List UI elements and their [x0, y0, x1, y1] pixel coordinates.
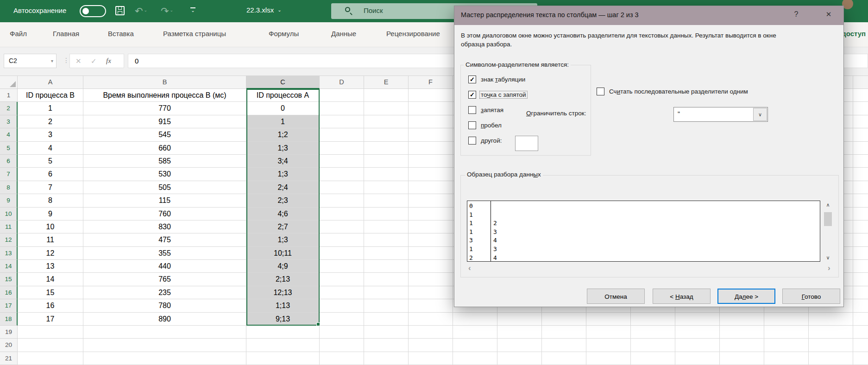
ribbon-tab-4[interactable]: Разметка страницы [163, 30, 226, 38]
cell-C9[interactable]: 2;3 [246, 194, 320, 207]
cell-blank[interactable] [586, 339, 631, 352]
cell-E14[interactable] [364, 260, 409, 273]
cell-D1[interactable] [320, 89, 364, 102]
cell-C6[interactable]: 3;4 [246, 155, 320, 168]
cell-blank[interactable] [764, 352, 809, 365]
cell-blank[interactable] [675, 326, 720, 339]
cell-A19[interactable] [18, 326, 83, 339]
cell-D2[interactable] [320, 102, 364, 115]
cell-blank[interactable] [675, 339, 720, 352]
column-header-D[interactable]: D [320, 76, 364, 89]
cell-blank[interactable] [853, 194, 868, 207]
cell-blank[interactable] [720, 352, 764, 365]
cell-F21[interactable] [409, 352, 453, 365]
cell-A8[interactable]: 7 [18, 181, 83, 194]
row-header-21[interactable]: 21 [0, 352, 18, 365]
row-header-13[interactable]: 13 [0, 247, 18, 260]
cell-B10[interactable]: 760 [83, 208, 246, 220]
cell-E20[interactable] [364, 339, 409, 352]
cell-blank[interactable] [809, 352, 853, 365]
cell-blank[interactable] [497, 326, 542, 339]
cell-blank[interactable] [853, 208, 868, 220]
cell-F13[interactable] [409, 247, 453, 260]
row-header-12[interactable]: 12 [0, 233, 18, 246]
cell-D10[interactable] [320, 208, 364, 220]
cell-C13[interactable]: 10;11 [246, 247, 320, 260]
cell-blank[interactable] [720, 339, 764, 352]
cell-B7[interactable]: 530 [83, 168, 246, 181]
ribbon-tab-1[interactable]: Файл [10, 30, 27, 38]
cell-blank[interactable] [853, 273, 868, 286]
text-qualifier-combobox[interactable]: " ∨ [673, 107, 768, 122]
name-box-dropdown-icon[interactable]: ▾ [51, 54, 53, 68]
delimiter-label-5[interactable]: другой: [480, 137, 503, 144]
customize-quick-access-icon[interactable]: ⌄ [190, 7, 196, 13]
cell-C7[interactable]: 1;3 [246, 168, 320, 181]
cell-F18[interactable] [409, 313, 453, 326]
cell-A18[interactable]: 17 [18, 313, 83, 326]
cell-C14[interactable]: 4;9 [246, 260, 320, 273]
cell-E16[interactable] [364, 286, 409, 299]
treat-consecutive-label[interactable]: Считать последовательные разделители одн… [608, 88, 749, 95]
ribbon-tab-7[interactable]: Рецензирование [386, 30, 440, 38]
cell-C8[interactable]: 2;4 [246, 181, 320, 194]
cell-D15[interactable] [320, 273, 364, 286]
row-header-19[interactable]: 19 [0, 326, 18, 339]
cell-blank[interactable] [675, 313, 720, 326]
scroll-right-icon[interactable]: › [828, 264, 830, 273]
row-header-6[interactable]: 6 [0, 155, 18, 168]
ribbon-tab-3[interactable]: Вставка [108, 30, 134, 38]
cell-F16[interactable] [409, 286, 453, 299]
row-header-8[interactable]: 8 [0, 181, 18, 194]
cell-E11[interactable] [364, 220, 409, 233]
cell-blank[interactable] [853, 339, 868, 352]
cell-F7[interactable] [409, 168, 453, 181]
cell-blank[interactable] [809, 326, 853, 339]
cell-B4[interactable]: 545 [83, 128, 246, 141]
cell-C2[interactable]: 0 [246, 102, 320, 115]
cell-blank[interactable] [853, 286, 868, 299]
cell-E8[interactable] [364, 181, 409, 194]
cell-D9[interactable] [320, 194, 364, 207]
cell-B19[interactable] [83, 326, 246, 339]
row-header-16[interactable]: 16 [0, 286, 18, 299]
cell-B18[interactable]: 890 [83, 313, 246, 326]
cell-E18[interactable] [364, 313, 409, 326]
cell-blank[interactable] [497, 313, 542, 326]
cell-E12[interactable] [364, 233, 409, 246]
cell-C11[interactable]: 2;7 [246, 220, 320, 233]
cell-A9[interactable]: 8 [18, 194, 83, 207]
cell-blank[interactable] [586, 352, 631, 365]
cell-blank[interactable] [542, 326, 586, 339]
ribbon-tab-6[interactable]: Данные [331, 30, 356, 38]
row-header-18[interactable]: 18 [0, 313, 18, 326]
cell-C20[interactable] [246, 339, 320, 352]
cell-A20[interactable] [18, 339, 83, 352]
cell-F8[interactable] [409, 181, 453, 194]
row-header-2[interactable]: 2 [0, 102, 18, 115]
cell-E5[interactable] [364, 142, 409, 155]
cell-B1[interactable]: Время выполнения процесса B (мс) [83, 89, 246, 102]
ribbon-tab-5[interactable]: Формулы [269, 30, 299, 38]
next-button[interactable]: Далее > [717, 289, 775, 304]
cell-C4[interactable]: 1;2 [246, 128, 320, 141]
select-all-corner[interactable] [0, 76, 18, 89]
cell-A13[interactable]: 12 [18, 247, 83, 260]
cell-blank[interactable] [542, 352, 586, 365]
scrollbar-thumb[interactable] [824, 212, 832, 226]
cell-E19[interactable] [364, 326, 409, 339]
cell-E6[interactable] [364, 155, 409, 168]
cell-E3[interactable] [364, 115, 409, 128]
delimiter-label-1[interactable]: знак табуляции [480, 76, 526, 83]
scroll-left-icon[interactable]: ‹ [468, 264, 471, 273]
cell-blank[interactable] [497, 339, 542, 352]
cell-F11[interactable] [409, 220, 453, 233]
autosave-toggle[interactable] [80, 5, 106, 17]
cell-blank[interactable] [853, 313, 868, 326]
cell-blank[interactable] [720, 326, 764, 339]
cell-E13[interactable] [364, 247, 409, 260]
ribbon-tab-2[interactable]: Главная [53, 30, 79, 38]
cell-F5[interactable] [409, 142, 453, 155]
cell-E7[interactable] [364, 168, 409, 181]
cell-A2[interactable]: 1 [18, 102, 83, 115]
